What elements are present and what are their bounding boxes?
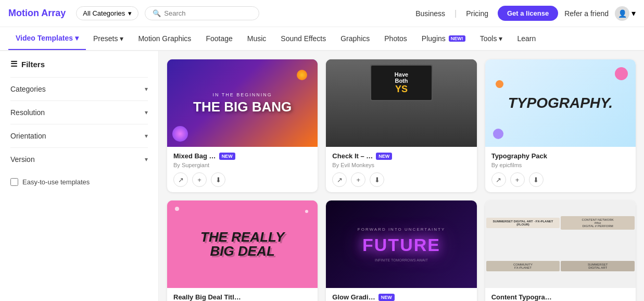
card-author-1: By Supergiant bbox=[173, 162, 311, 168]
download-button-2[interactable]: ⬇ bbox=[370, 172, 384, 187]
card-thumb-typography: TYPOGRAPHY. bbox=[508, 95, 613, 111]
resolution-filter: Resolution ▾ bbox=[10, 101, 148, 124]
refer-friend-link[interactable]: Refer a friend bbox=[564, 9, 609, 18]
card-thumb-3[interactable]: TYPOGRAPHY. bbox=[485, 59, 636, 147]
nav-item-footage[interactable]: Footage bbox=[198, 27, 239, 50]
card-info-4: Really Big Deal Titl… By MA ↗ + ⬇ bbox=[167, 288, 318, 301]
easy-templates-filter: Easy-to-use templates bbox=[10, 178, 148, 186]
download-button-3[interactable]: ⬇ bbox=[529, 172, 544, 187]
business-link[interactable]: Business bbox=[412, 9, 448, 18]
card-info-1: Mixed Bag … NEW By Supergiant ↗ + ⬇ bbox=[167, 147, 318, 192]
user-chevron-icon: ▾ bbox=[632, 8, 636, 18]
card-actions-2: ↗ + ⬇ bbox=[332, 172, 470, 187]
card-check-it: HaveBothYS Check It – … NEW By Evil Monk… bbox=[326, 59, 476, 192]
nav-item-sound-effects[interactable]: Sound Effects bbox=[273, 27, 333, 50]
easy-templates-checkbox[interactable] bbox=[10, 178, 18, 186]
card-thumb-6[interactable]: SUMMERSET DIGITAL ART · FX-PLANET (FLOUR… bbox=[485, 200, 636, 288]
user-menu[interactable]: 👤 ▾ bbox=[615, 6, 636, 21]
card-title-5: Glow Gradi… bbox=[332, 293, 375, 301]
share-button-3[interactable]: ↗ bbox=[491, 172, 506, 187]
nav-item-graphics[interactable]: Graphics bbox=[333, 27, 377, 50]
nav-item-learn[interactable]: Learn bbox=[510, 27, 543, 50]
orientation-filter-label: Orientation bbox=[10, 132, 46, 140]
card-actions-1: ↗ + ⬇ bbox=[173, 172, 311, 187]
orientation-filter: Orientation ▾ bbox=[10, 124, 148, 147]
music-label: Music bbox=[247, 34, 267, 43]
download-button-1[interactable]: ⬇ bbox=[211, 172, 225, 187]
card-badge-2: NEW bbox=[376, 153, 392, 160]
share-button-1[interactable]: ↗ bbox=[173, 172, 188, 187]
card-title-2: Check It – … bbox=[332, 152, 373, 160]
nav-item-tools[interactable]: Tools ▾ bbox=[473, 27, 510, 50]
card-thumb-2[interactable]: HaveBothYS bbox=[326, 59, 476, 147]
tools-label: Tools bbox=[480, 34, 497, 43]
top-navigation: Motion Array All Categories ▾ 🔍 Business… bbox=[0, 0, 644, 27]
nav-item-presets[interactable]: Presets ▾ bbox=[86, 27, 131, 50]
motion-graphics-label: Motion Graphics bbox=[138, 34, 191, 43]
filter-icon: ☰ bbox=[10, 59, 17, 69]
add-button-3[interactable]: + bbox=[510, 172, 525, 187]
card-mixed-bag: IN THE BEGINNING THE BIG BANG Mixed Bag … bbox=[167, 59, 318, 192]
search-icon: 🔍 bbox=[153, 9, 161, 17]
learn-label: Learn bbox=[517, 34, 536, 43]
card-badge-5: NEW bbox=[378, 294, 395, 301]
card-title-6: Content Typogra… bbox=[491, 293, 552, 301]
card-glow-gradient: FORWARD INTO UNCERTAINTY FUTURE INFINITE… bbox=[326, 200, 476, 301]
card-author-2: By Evil Monkeys bbox=[332, 162, 470, 168]
version-chevron-icon: ▾ bbox=[145, 156, 148, 163]
cards-grid: IN THE BEGINNING THE BIG BANG Mixed Bag … bbox=[167, 59, 636, 301]
presets-label: Presets bbox=[93, 34, 118, 43]
get-license-button[interactable]: Get a license bbox=[498, 6, 558, 21]
nav-item-plugins[interactable]: Plugins NEW! bbox=[414, 27, 473, 50]
card-badge-1: NEW bbox=[219, 153, 235, 160]
add-button-2[interactable]: + bbox=[351, 172, 365, 187]
chevron-down-icon: ▾ bbox=[75, 34, 79, 42]
categories-filter-toggle[interactable]: Categories ▾ bbox=[10, 85, 148, 93]
filters-header: ☰ Filters bbox=[10, 59, 148, 69]
footage-label: Footage bbox=[206, 34, 232, 43]
card-info-6: Content Typogra… By yovavfx ↗ + ⬇ bbox=[485, 288, 636, 301]
resolution-filter-toggle[interactable]: Resolution ▾ bbox=[10, 108, 148, 117]
search-input[interactable] bbox=[164, 9, 251, 17]
card-thumb-1[interactable]: IN THE BEGINNING THE BIG BANG bbox=[167, 59, 318, 147]
card-info-5: Glow Gradi… NEW By Artem Kalinichev ↗ + … bbox=[326, 288, 476, 301]
video-templates-label: Video Templates bbox=[16, 34, 73, 42]
future-tagline: INFINITE TOMORROWS AWAIT bbox=[375, 258, 428, 262]
photos-label: Photos bbox=[384, 34, 407, 43]
graphics-label: Graphics bbox=[340, 34, 370, 43]
sidebar: ☰ Filters Categories ▾ Resolution ▾ Orie… bbox=[0, 51, 159, 301]
card-thumb-5[interactable]: FORWARD INTO UNCERTAINTY FUTURE INFINITE… bbox=[326, 200, 476, 288]
filters-label: Filters bbox=[21, 60, 45, 69]
card-really-big-deal: THE REALLYBIG DEAL Really Big Deal Titl…… bbox=[167, 200, 318, 301]
cards-grid-area: IN THE BEGINNING THE BIG BANG Mixed Bag … bbox=[159, 51, 644, 301]
version-filter: Version ▾ bbox=[10, 147, 148, 171]
categories-chevron-icon: ▾ bbox=[145, 85, 148, 93]
categories-label: All Categories bbox=[83, 9, 125, 17]
chevron-down-icon: ▾ bbox=[499, 34, 502, 43]
nav-item-motion-graphics[interactable]: Motion Graphics bbox=[131, 27, 198, 50]
card-title-4: Really Big Deal Titl… bbox=[173, 293, 241, 301]
divider: | bbox=[454, 9, 457, 18]
nav-item-photos[interactable]: Photos bbox=[377, 27, 414, 50]
secondary-navigation: Video Templates ▾ Presets ▾ Motion Graph… bbox=[0, 27, 644, 51]
user-avatar: 👤 bbox=[615, 6, 629, 21]
card-author-3: By epicfilms bbox=[491, 162, 629, 168]
nav-item-music[interactable]: Music bbox=[240, 27, 274, 50]
plugins-new-badge: NEW! bbox=[449, 35, 465, 42]
logo: Motion Array bbox=[8, 8, 66, 19]
sound-effects-label: Sound Effects bbox=[281, 34, 326, 43]
add-button-1[interactable]: + bbox=[192, 172, 207, 187]
card-title-1: Mixed Bag … bbox=[173, 152, 216, 160]
card-title-3: Typography Pack bbox=[491, 152, 547, 160]
card-thumb-4[interactable]: THE REALLYBIG DEAL bbox=[167, 200, 318, 288]
version-filter-toggle[interactable]: Version ▾ bbox=[10, 155, 148, 164]
orientation-chevron-icon: ▾ bbox=[145, 132, 148, 140]
share-button-2[interactable]: ↗ bbox=[332, 172, 347, 187]
categories-filter-label: Categories bbox=[10, 85, 46, 93]
orientation-filter-toggle[interactable]: Orientation ▾ bbox=[10, 132, 148, 140]
nav-item-video-templates[interactable]: Video Templates ▾ bbox=[8, 27, 86, 50]
card-actions-3: ↗ + ⬇ bbox=[491, 172, 629, 187]
pricing-link[interactable]: Pricing bbox=[463, 9, 491, 18]
categories-dropdown[interactable]: All Categories ▾ bbox=[76, 6, 138, 20]
search-bar: 🔍 bbox=[145, 6, 259, 20]
